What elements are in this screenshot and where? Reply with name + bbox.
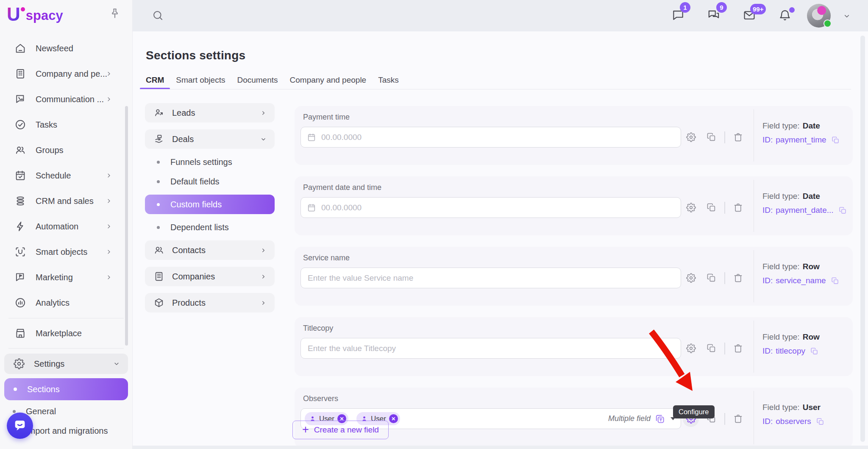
bullet-icon [157, 161, 160, 164]
calendar-icon [307, 133, 316, 142]
nav-item-deals[interactable]: Deals [145, 129, 275, 149]
tab-company-and-people[interactable]: Company and people [284, 71, 373, 89]
search-button[interactable] [152, 9, 164, 22]
sidebar-item-label: Newsfeed [36, 44, 73, 53]
service-name-input[interactable] [307, 273, 676, 283]
sidebar-scrollbar[interactable] [125, 106, 128, 346]
copy-id-icon[interactable] [816, 418, 824, 426]
copy-id-icon[interactable] [839, 206, 847, 215]
tab-tasks[interactable]: Tasks [372, 71, 405, 89]
field-info: Field type:Row ID:titlecopy [762, 332, 820, 356]
sidebar-item-marketing[interactable]: Marketing [0, 265, 132, 290]
configure-button[interactable] [683, 200, 699, 216]
tab-documents[interactable]: Documents [231, 71, 284, 89]
bullet-icon [14, 388, 17, 391]
sidebar-item-label: Company and pe... [36, 69, 107, 79]
delete-button[interactable] [730, 270, 746, 286]
topbar: 1 9 99+ [132, 0, 868, 32]
sidebar-item-automation[interactable]: Automation [0, 214, 132, 239]
sidebar-item-smart-objects[interactable]: Smart objects [0, 239, 132, 265]
notifications-dot [789, 7, 795, 13]
nav-item-default-fields[interactable]: Default fields [145, 175, 275, 188]
copy-id-icon[interactable] [810, 347, 818, 355]
field-row-payment-date-and-time: Payment date and time Field type:Date ID… [295, 176, 853, 235]
sidebar-item-sections[interactable]: Sections [4, 378, 128, 400]
nav-item-dependent-lists[interactable]: Dependent lists [145, 221, 275, 234]
section-tabs: CRM Smart objects Documents Company and … [140, 71, 405, 89]
nav-item-label: Companies [172, 272, 215, 282]
user-avatar[interactable] [807, 4, 831, 28]
copy-id-icon[interactable] [832, 136, 840, 144]
field-id[interactable]: ID:titlecopy [762, 346, 820, 356]
nav-item-funnels-settings[interactable]: Funnels settings [145, 156, 275, 168]
tab-smart-objects[interactable]: Smart objects [170, 71, 231, 89]
field-actions [683, 340, 746, 357]
row-divider [754, 180, 754, 232]
sidebar-item-settings[interactable]: Settings [4, 354, 128, 374]
uspacy-logo[interactable]: U spacy [7, 5, 63, 24]
lightning-icon [14, 220, 26, 232]
titlecopy-input[interactable] [307, 343, 676, 354]
payment-date-time-input[interactable] [320, 203, 676, 213]
bullet-icon [13, 410, 16, 413]
sidebar-item-crm-and-sales[interactable]: CRM and sales [0, 188, 132, 214]
logo-text: spacy [26, 8, 63, 23]
duplicate-button[interactable] [703, 270, 719, 286]
configure-button[interactable] [683, 340, 699, 357]
chevron-right-icon [105, 223, 113, 230]
create-new-field-button[interactable]: + Create a new field [292, 421, 389, 439]
nav-item-contacts[interactable]: Contacts [145, 240, 275, 260]
chevron-right-icon [105, 197, 113, 205]
sidebar-item-tasks[interactable]: Tasks [0, 112, 132, 137]
copy-id-icon[interactable] [831, 277, 839, 285]
remove-chip-icon[interactable]: ✕ [389, 414, 398, 423]
sidebar-item-label: Tasks [36, 120, 57, 130]
nav-item-label: Leads [172, 108, 195, 118]
sidebar-item-communication[interactable]: Communication ... [0, 86, 132, 112]
nav-item-leads[interactable]: Leads [145, 103, 275, 123]
field-type-stack-icon [654, 413, 665, 424]
people-icon [153, 245, 164, 256]
support-chat-launcher-button[interactable] [7, 413, 33, 439]
duplicate-button[interactable] [703, 129, 719, 145]
payment-time-input[interactable] [320, 132, 676, 142]
configure-button[interactable] [683, 270, 699, 286]
sidebar-item-schedule[interactable]: Schedule [0, 163, 132, 188]
delete-button[interactable] [730, 129, 746, 145]
field-label: Service name [300, 254, 853, 262]
nav-item-companies[interactable]: Companies [145, 267, 275, 286]
trash-icon [733, 343, 743, 353]
field-info: Field type:User ID:observers [762, 403, 824, 426]
field-id[interactable]: ID:payment_date... [762, 206, 847, 215]
sidebar-item-analytics[interactable]: Analytics [0, 290, 132, 315]
field-label: Payment date and time [300, 183, 853, 192]
gear-icon [14, 358, 25, 369]
sidebar-item-groups[interactable]: Groups [0, 137, 132, 163]
main-scrollbar[interactable] [860, 36, 865, 442]
configure-button[interactable] [683, 129, 699, 145]
delete-button[interactable] [730, 340, 746, 357]
nav-item-products[interactable]: Products [145, 293, 275, 312]
chevron-down-icon [260, 136, 267, 143]
field-info: Field type:Date ID:payment_time [762, 121, 840, 145]
duplicate-button[interactable] [703, 340, 719, 357]
nav-item-custom-fields[interactable]: Custom fields [145, 195, 275, 214]
nav-item-label: Funnels settings [170, 157, 232, 167]
pin-sidebar-button[interactable] [108, 7, 121, 20]
trash-icon [733, 273, 743, 283]
field-id[interactable]: ID:service_name [762, 276, 839, 285]
delete-button[interactable] [730, 200, 746, 216]
copy-icon [707, 273, 716, 283]
profile-menu-button[interactable] [843, 12, 851, 20]
sidebar-item-newsfeed[interactable]: Newsfeed [0, 36, 132, 61]
field-id[interactable]: ID:payment_time [762, 135, 840, 145]
sidebar-item-label: Communication ... [36, 95, 104, 104]
chevron-right-icon [105, 70, 113, 78]
delete-button[interactable] [730, 411, 746, 427]
sidebar-item-company-and-people[interactable]: Company and pe... [0, 61, 132, 86]
sidebar-item-marketplace[interactable]: Marketplace [0, 321, 132, 346]
tab-crm[interactable]: CRM [140, 71, 170, 89]
duplicate-button[interactable] [703, 200, 719, 216]
field-id[interactable]: ID:observers [762, 417, 824, 426]
sidebar-item-label: Automation [36, 222, 78, 231]
